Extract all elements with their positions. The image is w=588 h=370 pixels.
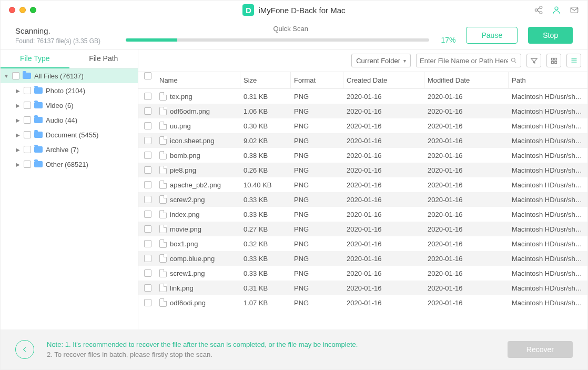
file-icon xyxy=(159,254,167,263)
tab-file-type[interactable]: File Type xyxy=(1,49,69,68)
col-format[interactable]: Format xyxy=(291,72,343,89)
cell-modified: 2020-01-16 xyxy=(424,181,509,189)
row-checkbox[interactable] xyxy=(144,225,151,233)
folder-icon xyxy=(34,102,43,108)
col-modified[interactable]: Modified Date xyxy=(424,72,509,89)
tree-item[interactable]: ▶Video (6) xyxy=(1,98,138,113)
minimize-window-button[interactable] xyxy=(19,7,26,13)
row-checkbox[interactable] xyxy=(144,299,151,306)
row-checkbox[interactable] xyxy=(144,196,151,203)
row-checkbox[interactable] xyxy=(144,181,151,188)
tree-checkbox[interactable] xyxy=(24,161,31,168)
cell-format: PNG xyxy=(291,152,343,159)
cell-modified: 2020-01-16 xyxy=(424,299,509,307)
tree-item-label: Video (6) xyxy=(46,102,74,109)
cell-modified: 2020-01-16 xyxy=(424,137,509,145)
filter-button[interactable] xyxy=(526,54,541,67)
row-checkbox[interactable] xyxy=(144,137,151,144)
zoom-window-button[interactable] xyxy=(30,7,36,13)
cell-path: Macintosh HD/usr/share... xyxy=(509,269,586,277)
search-box[interactable] xyxy=(416,54,521,67)
back-button[interactable] xyxy=(15,340,34,359)
cell-size: 0.33 KB xyxy=(240,269,291,277)
stop-button[interactable]: Stop xyxy=(528,27,573,44)
tree-item[interactable]: ▶Document (5455) xyxy=(1,127,138,142)
feedback-icon[interactable] xyxy=(570,5,579,15)
table-row[interactable]: uu.png0.30 KBPNG2020-01-162020-01-16Maci… xyxy=(138,118,587,133)
tree-checkbox[interactable] xyxy=(24,102,31,109)
table-row[interactable]: odf6odi.png1.07 KBPNG2020-01-162020-01-1… xyxy=(138,295,587,310)
row-checkbox[interactable] xyxy=(144,166,151,174)
row-checkbox[interactable] xyxy=(144,211,151,218)
tree-item[interactable]: ▼All Files (76137) xyxy=(1,68,138,83)
table-row[interactable]: screw2.png0.33 KBPNG2020-01-162020-01-16… xyxy=(138,192,587,207)
close-window-button[interactable] xyxy=(9,7,15,13)
table-row[interactable]: screw1.png0.33 KBPNG2020-01-162020-01-16… xyxy=(138,266,587,281)
table-row[interactable]: tex.png0.31 KBPNG2020-01-162020-01-16Mac… xyxy=(138,89,587,104)
tree-item[interactable]: ▶Photo (2104) xyxy=(1,83,138,98)
file-icon xyxy=(159,269,167,277)
cell-format: PNG xyxy=(291,299,343,307)
caret-right-icon[interactable]: ▶ xyxy=(15,88,21,94)
row-checkbox[interactable] xyxy=(144,284,151,292)
caret-right-icon[interactable]: ▶ xyxy=(15,132,21,138)
row-checkbox[interactable] xyxy=(144,255,151,262)
file-table: Name Size Format Created Date Modified D… xyxy=(138,72,587,329)
tree-checkbox[interactable] xyxy=(24,131,31,138)
cell-name: comp.blue.png xyxy=(156,254,240,263)
col-size[interactable]: Size xyxy=(240,72,291,89)
scope-dropdown[interactable]: Current Folder ▾ xyxy=(351,54,411,67)
col-name[interactable]: Name xyxy=(156,72,240,89)
row-checkbox[interactable] xyxy=(144,93,151,100)
table-row[interactable]: link.png0.31 KBPNG2020-01-162020-01-16Ma… xyxy=(138,281,587,295)
caret-down-icon[interactable]: ▼ xyxy=(4,73,9,79)
search-input[interactable] xyxy=(420,57,508,65)
table-row[interactable]: bomb.png0.38 KBPNG2020-01-162020-01-16Ma… xyxy=(138,148,587,163)
table-row[interactable]: apache_pb2.png10.40 KBPNG2020-01-162020-… xyxy=(138,177,587,192)
grid-view-button[interactable] xyxy=(546,54,561,67)
cell-name: index.png xyxy=(156,210,240,218)
row-checkbox[interactable] xyxy=(144,152,151,159)
folder-icon xyxy=(34,161,43,167)
search-icon[interactable] xyxy=(510,56,518,65)
table-row[interactable]: odf6odm.png1.06 KBPNG2020-01-162020-01-1… xyxy=(138,104,587,118)
tree-checkbox[interactable] xyxy=(24,146,31,153)
recover-button[interactable]: Recover xyxy=(508,341,573,358)
table-row[interactable]: pie8.png0.26 KBPNG2020-01-162020-01-16Ma… xyxy=(138,163,587,177)
chevron-down-icon: ▾ xyxy=(403,58,406,64)
cell-name: icon.sheet.png xyxy=(156,136,240,145)
cell-path: Macintosh HD/usr/share... xyxy=(509,122,586,130)
col-created[interactable]: Created Date xyxy=(343,72,424,89)
caret-right-icon[interactable]: ▶ xyxy=(15,162,21,167)
select-all-checkbox[interactable] xyxy=(144,72,151,79)
scan-mode-label: Quick Scan xyxy=(126,25,455,33)
table-row[interactable]: icon.sheet.png9.02 KBPNG2020-01-162020-0… xyxy=(138,133,587,148)
row-checkbox[interactable] xyxy=(144,269,151,277)
table-row[interactable]: box1.png0.32 KBPNG2020-01-162020-01-16Ma… xyxy=(138,236,587,251)
row-checkbox[interactable] xyxy=(144,122,151,129)
titlebar: D iMyFone D-Back for Mac xyxy=(1,1,587,19)
row-checkbox[interactable] xyxy=(144,107,151,115)
account-icon[interactable] xyxy=(552,5,561,15)
tree-item[interactable]: ▶Other (68521) xyxy=(1,157,138,172)
cell-created: 2020-01-16 xyxy=(343,211,424,218)
caret-right-icon[interactable]: ▶ xyxy=(15,103,21,108)
caret-right-icon[interactable]: ▶ xyxy=(15,117,21,123)
share-icon[interactable] xyxy=(534,5,543,15)
tree-checkbox[interactable] xyxy=(24,87,31,94)
caret-right-icon[interactable]: ▶ xyxy=(15,147,21,153)
tree-item[interactable]: ▶Archive (7) xyxy=(1,142,138,157)
table-row[interactable]: movie.png0.27 KBPNG2020-01-162020-01-16M… xyxy=(138,222,587,236)
tree-item[interactable]: ▶Audio (44) xyxy=(1,113,138,127)
list-view-button[interactable] xyxy=(566,54,581,67)
table-row[interactable]: index.png0.33 KBPNG2020-01-162020-01-16M… xyxy=(138,207,587,222)
tab-file-path[interactable]: File Path xyxy=(69,49,138,68)
svg-rect-7 xyxy=(554,58,556,60)
table-row[interactable]: comp.blue.png0.33 KBPNG2020-01-162020-01… xyxy=(138,251,587,266)
col-path[interactable]: Path xyxy=(509,72,586,89)
tree-checkbox[interactable] xyxy=(12,72,19,79)
pause-button[interactable]: Pause xyxy=(466,27,518,44)
cell-name: box1.png xyxy=(156,239,240,248)
tree-checkbox[interactable] xyxy=(24,116,31,124)
row-checkbox[interactable] xyxy=(144,240,151,247)
